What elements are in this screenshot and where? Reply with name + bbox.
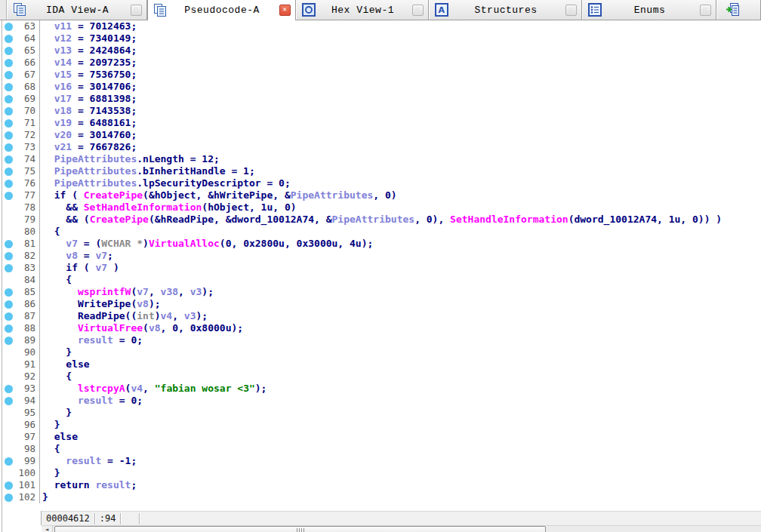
horizontal-scrollbar[interactable]: ◄ <box>42 525 761 532</box>
code-text[interactable]: v8 = v7; <box>40 250 113 262</box>
tab-extra[interactable] <box>716 0 761 20</box>
breakpoint-dot[interactable] <box>5 180 13 188</box>
code-text[interactable]: { <box>40 226 60 238</box>
breakpoint-dot-cell[interactable] <box>0 69 17 81</box>
breakpoint-dot-cell[interactable] <box>0 141 17 153</box>
breakpoint-dot[interactable] <box>5 337 13 345</box>
code-text[interactable]: v16 = 3014706; <box>40 81 137 93</box>
scrollbar-thumb[interactable] <box>54 526 546 532</box>
breakpoint-gutter[interactable] <box>0 443 17 455</box>
tab-pseudocode-a[interactable]: Pseudocode-A✕ <box>147 0 296 20</box>
tab-close-icon[interactable]: ✕ <box>700 5 711 16</box>
breakpoint-dot-cell[interactable] <box>0 395 17 407</box>
code-text[interactable]: v11 = 7012463; <box>40 20 137 32</box>
breakpoint-dot-cell[interactable] <box>0 455 17 467</box>
breakpoint-dot-cell[interactable] <box>0 310 17 322</box>
code-text[interactable]: v18 = 7143538; <box>40 105 137 117</box>
breakpoint-gutter[interactable] <box>0 467 17 479</box>
breakpoint-gutter[interactable] <box>0 214 17 226</box>
code-text[interactable]: v19 = 6488161; <box>40 117 137 129</box>
tab-hex-view-1[interactable]: Hex View-1✕ <box>296 0 429 20</box>
code-text[interactable]: v12 = 7340149; <box>40 32 137 45</box>
breakpoint-dot-cell[interactable] <box>0 105 17 117</box>
breakpoint-dot[interactable] <box>5 252 13 260</box>
code-text[interactable]: } <box>40 407 72 419</box>
code-text[interactable]: { <box>40 371 72 383</box>
breakpoint-dot-cell[interactable] <box>0 189 17 201</box>
breakpoint-gutter[interactable] <box>0 371 17 383</box>
tab-close-icon[interactable]: ✕ <box>131 5 142 16</box>
code-text[interactable]: wsprintfW(v7, v38, v3); <box>40 286 214 298</box>
pseudocode-view[interactable]: 63 v11 = 7012463;64 v12 = 7340149;65 v13… <box>0 20 761 511</box>
breakpoint-gutter[interactable] <box>0 407 17 419</box>
breakpoint-dot-cell[interactable] <box>0 383 17 395</box>
breakpoint-dot[interactable] <box>5 481 13 490</box>
breakpoint-dot-cell[interactable] <box>0 129 17 141</box>
scroll-left-arrow-icon[interactable]: ◄ <box>42 526 53 532</box>
breakpoint-dot-cell[interactable] <box>0 32 17 45</box>
code-text[interactable]: { <box>40 274 72 286</box>
breakpoint-dot[interactable] <box>5 385 13 393</box>
breakpoint-dot-cell[interactable] <box>0 286 17 298</box>
code-text[interactable]: if ( v7 ) <box>40 262 119 274</box>
breakpoint-gutter[interactable] <box>0 274 17 286</box>
breakpoint-dot-cell[interactable] <box>0 491 17 503</box>
code-text[interactable]: v21 = 7667826; <box>40 141 137 153</box>
tab-ida-view-a[interactable]: IDA View-A✕ <box>7 0 147 20</box>
breakpoint-dot-cell[interactable] <box>0 262 17 274</box>
breakpoint-dot[interactable] <box>5 95 13 103</box>
code-text[interactable]: VirtualFree(v8, 0, 0x8000u); <box>40 322 243 334</box>
breakpoint-dot-cell[interactable] <box>0 250 17 262</box>
breakpoint-dot-cell[interactable] <box>0 153 17 165</box>
breakpoint-dot[interactable] <box>5 288 13 297</box>
tab-close-icon[interactable]: ✕ <box>279 5 291 16</box>
breakpoint-dot-cell[interactable] <box>0 93 17 105</box>
code-text[interactable]: else <box>40 358 90 371</box>
breakpoint-dot[interactable] <box>5 300 13 309</box>
breakpoint-dot-cell[interactable] <box>0 81 17 93</box>
code-text[interactable]: } <box>40 491 48 503</box>
breakpoint-dot[interactable] <box>5 240 13 248</box>
breakpoint-dot[interactable] <box>5 23 13 31</box>
breakpoint-dot[interactable] <box>5 59 13 67</box>
code-text[interactable]: PipeAttributes.bInheritHandle = 1; <box>40 165 255 177</box>
code-text[interactable]: v15 = 7536750; <box>40 69 137 81</box>
breakpoint-dot-cell[interactable] <box>0 45 17 57</box>
breakpoint-dot-cell[interactable] <box>0 322 17 334</box>
code-text[interactable]: v20 = 3014760; <box>40 129 137 141</box>
breakpoint-dot[interactable] <box>5 264 13 272</box>
breakpoint-dot-cell[interactable] <box>0 165 17 177</box>
breakpoint-dot[interactable] <box>5 47 13 55</box>
breakpoint-dot[interactable] <box>5 457 13 466</box>
breakpoint-dot-cell[interactable] <box>0 334 17 346</box>
breakpoint-dot-cell[interactable] <box>0 20 17 32</box>
breakpoint-dot[interactable] <box>5 155 13 164</box>
code-text[interactable]: v13 = 2424864; <box>40 45 137 57</box>
breakpoint-dot[interactable] <box>5 35 13 43</box>
tab-close-icon[interactable]: ✕ <box>412 5 424 16</box>
code-text[interactable]: v7 = (WCHAR *)VirtualAlloc(0, 0x2800u, 0… <box>40 238 373 250</box>
code-text[interactable]: PipeAttributes.lpSecurityDescriptor = 0; <box>40 177 291 189</box>
code-text[interactable]: WritePipe(v8); <box>40 298 161 310</box>
breakpoint-dot[interactable] <box>5 324 13 333</box>
code-text[interactable]: } <box>40 346 72 358</box>
tab-enums[interactable]: Enums✕ <box>582 0 716 20</box>
code-text[interactable]: result = 0; <box>40 395 143 407</box>
breakpoint-dot-cell[interactable] <box>0 479 17 491</box>
breakpoint-dot[interactable] <box>5 71 13 79</box>
code-text[interactable]: PipeAttributes.nLength = 12; <box>40 153 220 165</box>
code-text[interactable]: result = -1; <box>40 455 137 467</box>
code-text[interactable]: return result; <box>40 479 137 491</box>
code-text[interactable]: && SetHandleInformation(hObject, 1u, 0) <box>40 201 297 214</box>
breakpoint-gutter[interactable] <box>0 431 17 443</box>
breakpoint-dot[interactable] <box>5 494 13 502</box>
code-text[interactable]: else <box>40 431 78 443</box>
code-text[interactable]: if ( CreatePipe(&hObject, &hWritePipe, &… <box>40 189 397 201</box>
breakpoint-gutter[interactable] <box>0 358 17 371</box>
breakpoint-dot-cell[interactable] <box>0 57 17 69</box>
code-text[interactable]: && (CreatePipe(&hReadPipe, &dword_10012A… <box>40 214 722 226</box>
breakpoint-dot[interactable] <box>5 143 13 152</box>
breakpoint-dot[interactable] <box>5 397 13 405</box>
code-text[interactable]: { <box>40 443 60 455</box>
breakpoint-gutter[interactable] <box>0 419 17 431</box>
